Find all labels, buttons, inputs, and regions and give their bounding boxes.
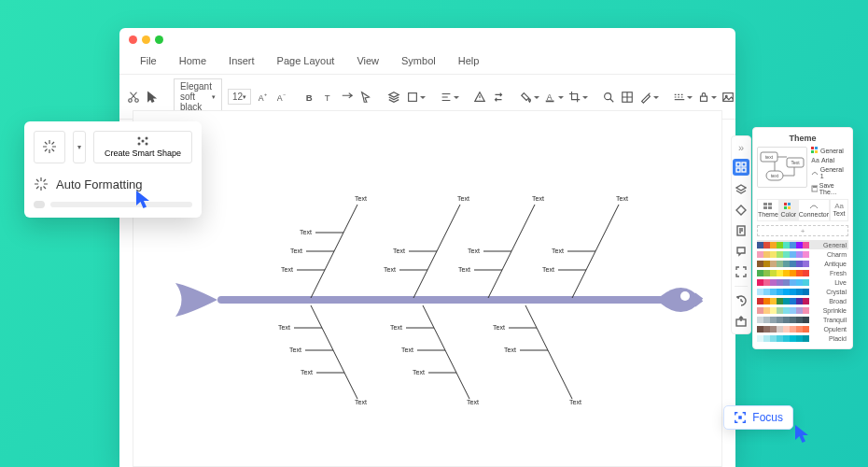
warning-icon[interactable] xyxy=(473,91,486,104)
maximize-window-button[interactable] xyxy=(155,35,163,44)
bone-label[interactable]: Text xyxy=(301,369,313,375)
sparkle-icon xyxy=(34,177,49,193)
canvas[interactable]: Text Text Text Text Text Text Text Text … xyxy=(133,110,722,467)
color-scheme-row[interactable]: Broad xyxy=(757,296,848,305)
rail-layers-button[interactable] xyxy=(735,183,748,196)
cut-icon[interactable] xyxy=(127,91,140,104)
grid-icon[interactable] xyxy=(621,91,634,104)
add-scheme-button[interactable]: + xyxy=(757,225,848,236)
sparkle-tool-button[interactable] xyxy=(34,131,65,163)
image-icon[interactable] xyxy=(721,91,735,104)
theme-preview[interactable]: text Text text xyxy=(757,147,807,188)
bone-label[interactable]: Text xyxy=(569,399,581,405)
color-scheme-row[interactable]: Sprinkle xyxy=(757,305,848,315)
text-tool-icon[interactable]: T xyxy=(322,91,335,104)
fill-color-icon[interactable] xyxy=(520,91,533,104)
bone-label[interactable]: Text xyxy=(468,248,480,254)
shapes-icon[interactable] xyxy=(406,91,419,104)
color-scheme-row[interactable]: Charm xyxy=(757,249,848,259)
theme-tab-text[interactable]: Aa Text xyxy=(830,199,848,221)
color-scheme-row[interactable]: Crystal xyxy=(757,287,848,296)
rail-pages-button[interactable] xyxy=(735,224,748,237)
layers-icon[interactable] xyxy=(387,91,400,104)
bone-label[interactable]: Text xyxy=(457,195,469,202)
pointer-icon[interactable] xyxy=(359,91,372,104)
decrease-font-icon[interactable]: A− xyxy=(275,91,288,104)
rail-theme-button[interactable] xyxy=(733,159,749,176)
text-color-icon[interactable]: A xyxy=(544,91,557,104)
bone-label[interactable]: Text xyxy=(355,399,367,405)
theme-tab-color[interactable]: Color xyxy=(779,199,798,221)
svg-rect-49 xyxy=(742,168,746,172)
menu-symbol[interactable]: Symbol xyxy=(390,53,447,68)
create-smart-shape-button[interactable]: Create Smart Shape xyxy=(93,131,192,163)
bone-label[interactable]: Text xyxy=(532,195,544,202)
rail-shapes-button[interactable] xyxy=(735,204,748,217)
bone-label[interactable]: Text xyxy=(467,399,479,405)
font-size-select[interactable]: 12▾ xyxy=(228,89,251,105)
cursor-icon[interactable] xyxy=(146,91,159,104)
svg-line-20 xyxy=(572,205,619,298)
align-icon[interactable] xyxy=(440,91,453,104)
crop-icon[interactable] xyxy=(568,91,581,104)
menu-page-layout[interactable]: Page Layout xyxy=(266,53,346,68)
menu-help[interactable]: Help xyxy=(447,53,491,68)
svg-text:B: B xyxy=(306,92,313,102)
swap-icon[interactable] xyxy=(492,91,505,104)
menu-view[interactable]: View xyxy=(345,53,390,68)
menu-file[interactable]: File xyxy=(129,53,168,68)
pen-icon[interactable] xyxy=(639,91,652,104)
minimize-window-button[interactable] xyxy=(142,35,150,44)
svg-point-11 xyxy=(605,92,611,99)
lock-icon[interactable] xyxy=(697,91,710,104)
bone-label[interactable]: Text xyxy=(401,347,413,353)
auto-format-slider[interactable] xyxy=(34,201,192,208)
bone-label[interactable]: Text xyxy=(393,248,405,254)
theme-save-row[interactable]: Save The… xyxy=(811,182,848,195)
bone-label[interactable]: Text xyxy=(290,248,302,254)
color-scheme-row[interactable]: General xyxy=(757,240,848,249)
bone-label[interactable]: Text xyxy=(355,195,367,202)
bone-label[interactable]: Text xyxy=(504,347,516,353)
expand-panel-button[interactable]: » xyxy=(735,142,748,151)
sparkle-dropdown-button[interactable]: ▾ xyxy=(73,131,86,163)
color-scheme-row[interactable]: Placid xyxy=(757,333,848,343)
menu-home[interactable]: Home xyxy=(168,53,217,68)
color-scheme-row[interactable]: Fresh xyxy=(757,268,848,277)
bone-label[interactable]: Text xyxy=(289,347,301,353)
focus-button[interactable]: Focus xyxy=(723,405,793,430)
bone-label[interactable]: Text xyxy=(384,266,396,273)
bone-label[interactable]: Text xyxy=(458,266,470,273)
theme-general-row[interactable]: General xyxy=(811,147,848,154)
theme-font-row[interactable]: AaArial xyxy=(811,157,848,163)
bone-label[interactable]: Text xyxy=(390,324,402,331)
bold-icon[interactable]: B xyxy=(303,91,316,104)
bone-label[interactable]: Text xyxy=(542,266,554,273)
connector-icon[interactable] xyxy=(341,91,354,104)
bone-label[interactable]: Text xyxy=(616,195,628,202)
menu-insert[interactable]: Insert xyxy=(217,53,266,68)
bone-label[interactable]: Text xyxy=(278,324,290,331)
search-icon[interactable] xyxy=(602,91,615,104)
bone-label[interactable]: Text xyxy=(300,229,312,235)
bone-label[interactable]: Text xyxy=(413,369,425,375)
increase-font-icon[interactable]: A+ xyxy=(257,91,270,104)
bone-label[interactable]: Text xyxy=(552,248,564,254)
line-style-icon[interactable] xyxy=(673,91,686,104)
color-scheme-row[interactable]: Opulent xyxy=(757,324,848,333)
close-window-button[interactable] xyxy=(129,35,137,44)
color-scheme-row[interactable]: Antique xyxy=(757,259,848,268)
rail-resize-button[interactable] xyxy=(735,265,748,278)
bone-label[interactable]: Text xyxy=(281,266,293,273)
theme-tab-theme[interactable]: Theme xyxy=(757,199,779,221)
rail-comments-button[interactable] xyxy=(735,245,748,258)
svg-line-17 xyxy=(311,205,357,298)
theme-tab-connector[interactable]: Connector xyxy=(798,199,830,221)
theme-panel-title: Theme xyxy=(757,132,848,147)
color-scheme-row[interactable]: Live xyxy=(757,277,848,287)
rail-export-button[interactable] xyxy=(735,315,748,328)
bone-label[interactable]: Text xyxy=(493,324,505,331)
color-scheme-row[interactable]: Tranquil xyxy=(757,315,848,324)
theme-connector-row[interactable]: General 1 xyxy=(811,166,848,179)
rail-history-button[interactable] xyxy=(735,294,748,307)
